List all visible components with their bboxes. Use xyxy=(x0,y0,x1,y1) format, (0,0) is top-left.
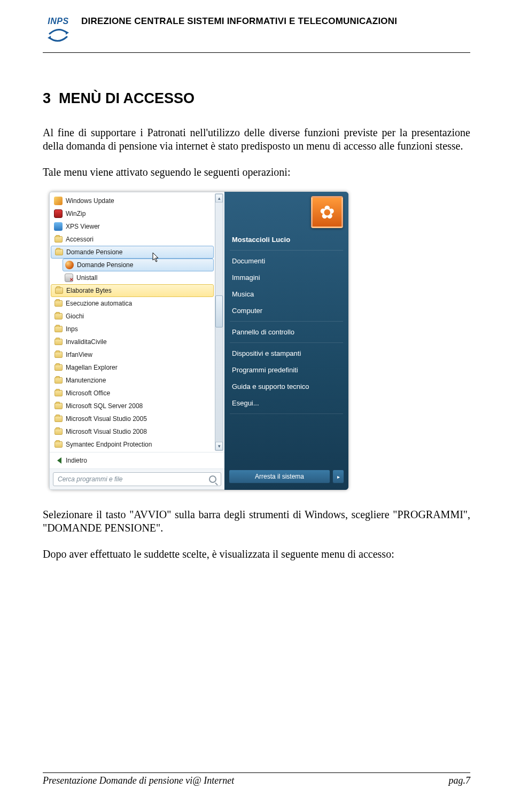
page-number: pag.7 xyxy=(449,775,471,786)
program-item-irfanview[interactable]: IrfanView xyxy=(50,348,224,361)
program-item-domande-pensione[interactable]: Domande Pensione xyxy=(51,246,214,259)
un-icon xyxy=(65,274,73,282)
separator xyxy=(230,413,343,414)
program-list[interactable]: Windows UpdateWinZipXPS ViewerAccessoriD… xyxy=(50,192,224,452)
program-item-elaborate-bytes[interactable]: Elaborate Bytes xyxy=(51,284,214,297)
right-item-esegui-[interactable]: Esegui... xyxy=(224,395,348,411)
back-button[interactable]: Indietro xyxy=(50,452,224,469)
right-item-pannello-di-controllo[interactable]: Pannello di controllo xyxy=(224,324,348,340)
program-item-label: InvaliditaCivile xyxy=(66,338,107,346)
program-item-giochi[interactable]: Giochi xyxy=(50,310,224,323)
folder-icon xyxy=(54,376,63,385)
program-item-manutenzione[interactable]: Manutenzione xyxy=(50,374,224,387)
scroll-down-button[interactable]: ▾ xyxy=(215,442,223,450)
svg-marker-1 xyxy=(48,36,51,40)
folder-icon xyxy=(54,415,63,423)
program-item-label: Accessori xyxy=(66,236,94,243)
program-item-label: Inps xyxy=(66,325,78,333)
scroll-up-button[interactable]: ▴ xyxy=(215,194,223,202)
folder-icon xyxy=(54,440,63,449)
user-name[interactable]: Mostaccioli Lucio xyxy=(224,231,348,248)
start-menu-right-pane: ✿ Mostaccioli Lucio DocumentiImmaginiMus… xyxy=(224,192,348,490)
paragraph-1: Al fine di supportare i Patronati nell'u… xyxy=(43,126,470,153)
windows-start-menu: Windows UpdateWinZipXPS ViewerAccessoriD… xyxy=(49,192,348,490)
svg-marker-0 xyxy=(66,31,69,35)
right-item-documenti[interactable]: Documenti xyxy=(224,253,348,269)
header-title: DIREZIONE CENTRALE SISTEMI INFORMATIVI E… xyxy=(81,15,397,27)
wu-icon xyxy=(54,197,63,205)
scroll-thumb[interactable] xyxy=(215,295,223,327)
header-rule xyxy=(43,52,470,53)
program-item-accessori[interactable]: Accessori xyxy=(50,233,224,246)
program-item-inps[interactable]: Inps xyxy=(50,323,224,335)
shutdown-row: Arresta il sistema ▸ xyxy=(224,466,348,487)
dp-icon xyxy=(65,261,74,269)
scrollbar[interactable]: ▴ ▾ xyxy=(215,193,223,451)
inps-logo: INPS xyxy=(43,15,74,46)
start-menu-left-pane: Windows UpdateWinZipXPS ViewerAccessoriD… xyxy=(49,192,224,490)
separator xyxy=(230,250,343,251)
program-item-unistall[interactable]: Unistall xyxy=(50,271,224,284)
program-item-label: Esecuzione automatica xyxy=(66,300,132,307)
search-row: Cerca programmi e file xyxy=(50,469,224,489)
folder-icon xyxy=(54,338,63,346)
separator xyxy=(230,321,343,322)
xps-icon xyxy=(54,222,63,231)
svg-marker-2 xyxy=(153,253,158,262)
logo-text: INPS xyxy=(48,17,68,26)
right-item-dispositivi-e-stampanti[interactable]: Dispositivi e stampanti xyxy=(224,345,348,362)
folder-icon xyxy=(54,402,63,410)
program-item-label: WinZip xyxy=(66,210,86,217)
separator xyxy=(230,342,343,343)
section-heading: 3 MENÙ DI ACCESSO xyxy=(43,90,470,107)
program-item-windows-update[interactable]: Windows Update xyxy=(50,194,224,207)
program-item-symantec-endpoint-protection[interactable]: Symantec Endpoint Protection xyxy=(50,438,224,451)
paragraph-3: Selezionare il tasto "AVVIO" sulla barra… xyxy=(43,508,470,535)
program-item-microsoft-office[interactable]: Microsoft Office xyxy=(50,387,224,400)
back-label: Indietro xyxy=(66,457,87,464)
chevron-right-icon: ▸ xyxy=(337,474,340,480)
program-item-magellan-explorer[interactable]: Magellan Explorer xyxy=(50,361,224,374)
program-item-domande-pensione[interactable]: Domande Pensione xyxy=(63,259,214,271)
folder-icon xyxy=(54,363,63,372)
program-item-label: XPS Viewer xyxy=(66,223,100,230)
shutdown-button[interactable]: Arresta il sistema xyxy=(229,470,330,483)
folder-icon xyxy=(55,286,63,295)
program-item-microsoft-sql-server-2008[interactable]: Microsoft SQL Server 2008 xyxy=(50,400,224,412)
program-item-esecuzione-automatica[interactable]: Esecuzione automatica xyxy=(50,297,224,310)
user-picture[interactable]: ✿ xyxy=(311,196,343,228)
flower-icon: ✿ xyxy=(320,201,335,223)
search-placeholder-text: Cerca programmi e file xyxy=(58,475,122,483)
shutdown-label: Arresta il sistema xyxy=(255,473,304,480)
program-item-invaliditacivile[interactable]: InvaliditaCivile xyxy=(50,335,224,348)
folder-icon xyxy=(54,325,63,333)
shutdown-options-button[interactable]: ▸ xyxy=(332,470,344,483)
right-item-programmi-predefiniti[interactable]: Programmi predefiniti xyxy=(224,362,348,378)
right-item-musica[interactable]: Musica xyxy=(224,286,348,302)
right-item-guida-e-supporto-tecnico[interactable]: Guida e supporto tecnico xyxy=(224,378,348,395)
program-item-label: Elaborate Bytes xyxy=(66,287,112,294)
right-item-immagini[interactable]: Immagini xyxy=(224,269,348,286)
program-item-label: Giochi xyxy=(66,313,84,320)
program-item-xps-viewer[interactable]: XPS Viewer xyxy=(50,220,224,233)
right-item-computer[interactable]: Computer xyxy=(224,302,348,319)
folder-icon xyxy=(54,350,63,359)
program-item-label: Microsoft Office xyxy=(66,389,110,397)
swirl-icon xyxy=(48,26,69,44)
footer-title: Presentazione Domande di pensione vi@ In… xyxy=(43,775,234,786)
program-item-label: Microsoft Visual Studio 2008 xyxy=(66,428,147,435)
program-item-microsoft-visual-studio-2005[interactable]: Microsoft Visual Studio 2005 xyxy=(50,412,224,425)
folder-icon xyxy=(55,248,63,256)
program-item-label: Microsoft Visual Studio 2005 xyxy=(66,415,147,423)
program-item-winzip[interactable]: WinZip xyxy=(50,207,224,220)
program-item-microsoft-visual-studio-2008[interactable]: Microsoft Visual Studio 2008 xyxy=(50,425,224,438)
folder-icon xyxy=(54,299,63,308)
search-icon xyxy=(209,475,216,483)
paragraph-2: Tale menu viene attivato seguendo le seg… xyxy=(43,166,470,179)
section-title: MENÙ DI ACCESSO xyxy=(59,90,195,106)
page-header: INPS DIREZIONE CENTRALE SISTEMI INFORMAT… xyxy=(43,15,470,46)
back-arrow-icon xyxy=(57,457,61,464)
paragraph-4: Dopo aver effettuato le suddette scelte,… xyxy=(43,548,470,561)
search-input[interactable]: Cerca programmi e file xyxy=(53,472,221,486)
folder-icon xyxy=(54,389,63,397)
